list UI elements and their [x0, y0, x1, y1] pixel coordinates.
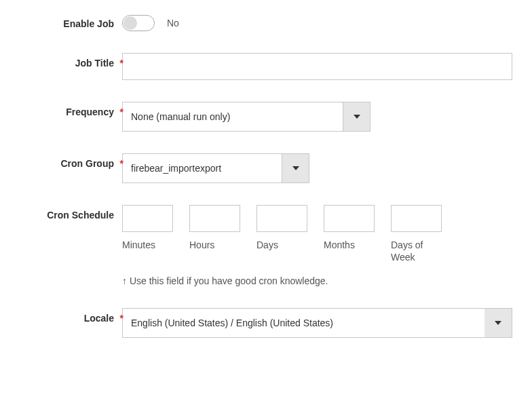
chevron-down-icon [354, 115, 360, 119]
locale-select-value: English (United States) / English (Unite… [123, 309, 484, 337]
chevron-down-icon [495, 321, 501, 325]
cron-dow-input[interactable] [391, 205, 442, 232]
cron-hours-sublabel: Hours [189, 239, 240, 251]
cron-minutes-sublabel: Minutes [122, 239, 173, 251]
required-mark-icon: * [120, 313, 124, 324]
required-mark-icon: * [120, 107, 124, 117]
cron-minutes-input[interactable] [122, 205, 173, 232]
frequency-select-button[interactable] [343, 102, 370, 131]
job-title-label: Job Title * [10, 53, 122, 69]
cron-days-input[interactable] [256, 205, 307, 232]
cron-schedule-label: Cron Schedule [10, 205, 122, 220]
locale-label: Locale * [10, 308, 122, 324]
cron-group-select-button[interactable] [282, 154, 309, 183]
enable-job-toggle[interactable] [122, 15, 155, 31]
required-mark-icon: * [120, 58, 124, 69]
cron-months-sublabel: Months [324, 239, 375, 251]
enable-job-label: Enable Job [10, 14, 122, 29]
cron-group-select[interactable]: firebear_importexport [122, 153, 309, 183]
frequency-select-value: None (manual run only) [123, 102, 343, 131]
cron-group-select-value: firebear_importexport [123, 154, 282, 183]
chevron-down-icon [292, 166, 299, 170]
cron-schedule-hint: ↑ Use this field if you have good cron k… [122, 275, 522, 286]
toggle-knob-icon [124, 16, 137, 30]
locale-select[interactable]: English (United States) / English (Unite… [122, 308, 512, 338]
frequency-select[interactable]: None (manual run only) [122, 102, 370, 132]
frequency-label: Frequency * [10, 102, 122, 117]
cron-dow-sublabel: Days of Week [391, 239, 442, 263]
locale-select-button[interactable] [484, 309, 512, 337]
cron-hours-input[interactable] [189, 205, 240, 232]
cron-group-label: Cron Group * [10, 153, 122, 169]
cron-months-input[interactable] [324, 205, 375, 232]
enable-job-value: No [167, 18, 179, 28]
required-mark-icon: * [120, 158, 124, 169]
job-title-input[interactable] [122, 53, 512, 80]
cron-days-sublabel: Days [256, 239, 307, 251]
